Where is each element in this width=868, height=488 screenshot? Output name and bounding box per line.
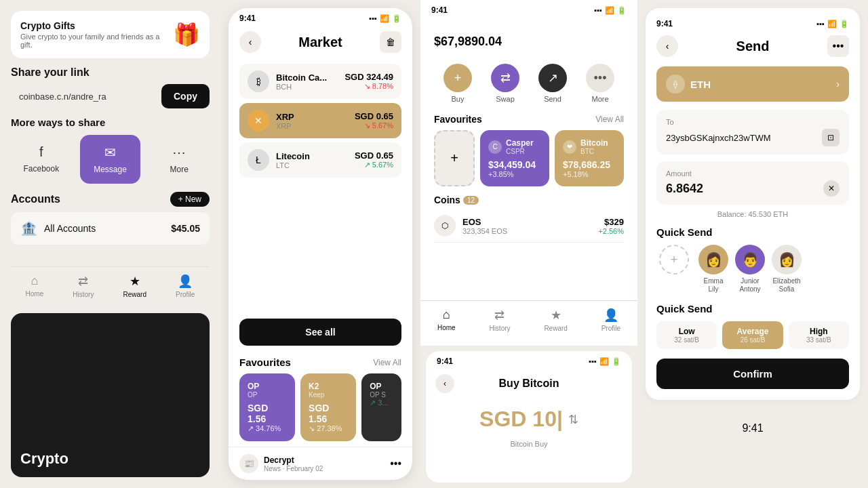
link-input[interactable] <box>11 85 156 108</box>
nav-profile[interactable]: 👤 Profile <box>176 274 195 298</box>
person-elizabeth[interactable]: 👩 ElizabethSofia <box>772 245 802 293</box>
coins-section: Coins 12 ⬡ EOS 323,354 EOS $329 +2.56% <box>420 190 637 300</box>
account-icon: 🏦 <box>20 220 37 237</box>
more-circle: ••• <box>586 64 614 92</box>
balance-area: $67,9890.04 <box>420 18 637 57</box>
view-all-link[interactable]: View All <box>373 358 401 367</box>
emma-name: EmmaLily <box>704 277 724 293</box>
buy-action-button[interactable]: + Buy <box>443 64 472 103</box>
buy-amount: SGD 10| <box>479 407 563 432</box>
fee-average-name: Average <box>729 327 776 336</box>
person-junior[interactable]: 👨 JuniorAntony <box>735 245 765 293</box>
share-icons: f Facebook ✉ Message ⋯ More <box>11 135 210 184</box>
elizabeth-avatar: 👩 <box>772 245 802 274</box>
send-more-button[interactable]: ••• <box>827 35 849 57</box>
fee-high-button[interactable]: High 33 sat/B <box>789 321 849 349</box>
buy-status-time: 9:41 <box>437 357 453 366</box>
send-action-button[interactable]: ↗ Send <box>538 64 567 103</box>
person-emma[interactable]: 👩 EmmaLily <box>698 245 728 293</box>
see-all-button[interactable]: See all <box>239 319 401 346</box>
swap-action-button[interactable]: ⇄ Swap <box>491 64 519 103</box>
fee-low-sat: 32 sat/B <box>663 336 710 344</box>
send-status-bar: 9:41 ▪▪▪ 📶 🔋 <box>656 19 849 28</box>
more-action-button[interactable]: ••• More <box>586 64 614 103</box>
btc-name: Bitcoin <box>580 138 608 148</box>
coin-item-bch[interactable]: ₿ Bitcoin Ca... BCH SGD 324.49 ↘ 8.78% <box>239 64 401 99</box>
home-nav-profile[interactable]: 👤 Profile <box>601 308 620 332</box>
home-nav-home[interactable]: ⌂ Home <box>437 308 456 332</box>
news-item[interactable]: 📰 Decrypt News · February 02 ••• <box>229 447 412 480</box>
message-icon: ✉ <box>104 144 116 161</box>
xrp-logo: ✕ <box>248 110 269 131</box>
buy-back-button[interactable]: ‹ <box>435 374 454 393</box>
fav-card-op2[interactable]: OP OP S ↗ 3... <box>361 373 401 441</box>
more-share-button[interactable]: ⋯ More <box>149 135 210 184</box>
send-back-button[interactable]: ‹ <box>656 35 678 57</box>
balance-amount: $67,9890.04 <box>434 28 624 50</box>
facebook-share-button[interactable]: f Facebook <box>11 135 72 184</box>
btc-price: $78,686.25 <box>563 159 616 170</box>
coin-home-eos[interactable]: ⬡ EOS 323,354 EOS $329 +2.56% <box>434 209 624 243</box>
quick-send-people: + 👩 EmmaLily 👨 JuniorAntony 👩 ElizabethS… <box>656 245 849 293</box>
news-more-icon[interactable]: ••• <box>390 458 401 470</box>
home-nav-reward-label: Reward <box>544 325 567 332</box>
fav-home-view-all[interactable]: View All <box>595 115 624 124</box>
status-icons: ▪▪▪ 📶 🔋 <box>369 14 401 23</box>
buy-wifi-icon: 📶 <box>599 357 609 366</box>
account-row[interactable]: 🏦 All Accounts $45.05 <box>11 212 210 245</box>
nav-home[interactable]: ⌂ Home <box>26 274 44 298</box>
balance-info: Balance: 45.530 ETH <box>656 210 849 218</box>
coins-title: Coins <box>434 195 460 205</box>
buy-bitcoin-panel: 9:41 ▪▪▪ 📶 🔋 ‹ Buy Bitcoin SGD 10| ⇅ Bit… <box>426 351 632 483</box>
fav-header: Favourites View All <box>239 357 401 368</box>
fav-home-casper[interactable]: C Casper CSPR $34,459.04 +3.85% <box>480 130 549 186</box>
column-2: 9:41 ▪▪▪ 📶 🔋 ‹ Market 🗑 ₿ Bitcoin Ca... … <box>220 0 420 488</box>
home-nav-reward[interactable]: ★ Reward <box>544 308 567 332</box>
fav-card-op[interactable]: OP OP SGD 1.56 ↗ 34.76% <box>239 373 295 441</box>
eth-icon: ⟠ <box>666 75 685 94</box>
col4-bottom-time: 9:41 <box>742 422 763 434</box>
token-select[interactable]: ⟠ ETH › <box>656 66 849 102</box>
ltc-name: Litecoin <box>276 151 310 161</box>
qr-button[interactable]: ⊡ <box>822 129 840 146</box>
send-battery-icon: 🔋 <box>840 20 849 28</box>
fee-low-button[interactable]: Low 32 sat/B <box>656 321 717 349</box>
market-back-button[interactable]: ‹ <box>239 31 261 53</box>
coin-item-ltc[interactable]: Ł Litecoin LTC SGD 0.65 ↗ 5.67% <box>239 142 401 178</box>
swap-direction-icon[interactable]: ⇅ <box>568 412 578 427</box>
add-person-button[interactable]: + <box>656 245 692 293</box>
op2-change: ↗ 3... <box>370 399 393 407</box>
confirm-button[interactable]: Confirm <box>656 359 849 389</box>
market-filter-button[interactable]: 🗑 <box>380 31 401 53</box>
news-logo: 📰 <box>239 454 258 473</box>
home-nav-history-icon: ⇄ <box>494 308 505 323</box>
message-share-button[interactable]: ✉ Message <box>80 135 141 184</box>
home-nav-history[interactable]: ⇄ History <box>489 308 510 332</box>
fav-home-bitcoin[interactable]: ❤ Bitcoin BTC $78,686.25 +5.18% <box>555 130 624 186</box>
op-ticker: OP <box>248 391 287 399</box>
nav-history[interactable]: ⇄ History <box>73 274 94 298</box>
column-4: 9:41 ▪▪▪ 📶 🔋 ‹ Send ••• ⟠ ETH › To 23ysb… <box>637 0 868 488</box>
fav-card-keep[interactable]: K2 Keep SGD 1.56 ↘ 27.38% <box>300 373 356 441</box>
column-1: Crypto Gifts Give crypto to your family … <box>0 0 220 488</box>
gift-icon: 🎁 <box>173 22 200 47</box>
coins-header: Coins 12 <box>434 195 624 205</box>
xrp-name: XRP <box>276 112 294 122</box>
eos-logo: ⬡ <box>434 215 456 237</box>
fee-options: Low 32 sat/B Average 26 sat/B High 33 sa… <box>656 321 849 349</box>
to-field: To 23ysbGSKajnxch23wTWM ⊡ <box>656 110 849 155</box>
new-account-button[interactable]: + New <box>170 192 210 207</box>
buy-status-icons: ▪▪▪ 📶 🔋 <box>589 357 621 366</box>
amount-clear-button[interactable]: ✕ <box>823 180 840 197</box>
coin-item-xrp[interactable]: ✕ XRP XRP SGD 0.65 ↘ 5.67% <box>239 103 401 138</box>
more-ways-title: More ways to share <box>11 117 210 128</box>
gift-text: Crypto Gifts Give crypto to your family … <box>20 20 166 49</box>
news-date: News · February 02 <box>264 465 323 472</box>
home-status-icons: ▪▪▪ 📶 🔋 <box>594 6 627 15</box>
add-favourite-button[interactable]: + <box>434 130 475 186</box>
coin-left: ₿ Bitcoin Ca... BCH <box>248 70 327 92</box>
fee-average-button[interactable]: Average 26 sat/B <box>722 321 783 349</box>
nav-reward[interactable]: ★ Reward <box>123 274 146 298</box>
copy-button[interactable]: Copy <box>161 84 210 108</box>
home-nav-home-icon: ⌂ <box>443 308 450 322</box>
